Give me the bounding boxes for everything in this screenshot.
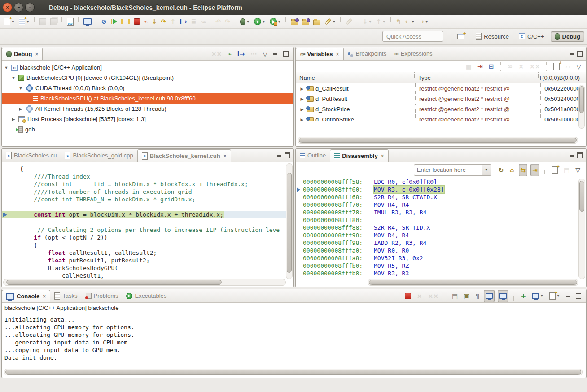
tab-debug[interactable]: Debug× [2, 48, 43, 60]
search-button[interactable]: ▼ [323, 16, 337, 27]
debug-tree-item-blackscholesgpu[interactable]: BlackScholesGPU() at BlackScholes_kernel… [2, 93, 294, 104]
maximize-button[interactable] [285, 152, 290, 158]
collapse-all-button[interactable]: ⊟ [487, 61, 495, 72]
disassembly-listing[interactable]: 00000000008fff58:LDC R0, c[0x0][R0]00000… [296, 177, 579, 280]
variables-column-headers[interactable]: Name Type T(0,0,0)B(0,0,0) [296, 72, 586, 83]
dropdown-arrow-icon[interactable]: ▼ [262, 20, 266, 24]
pin-console-button[interactable]: + [519, 290, 527, 302]
connect-button[interactable]: ⌁ [226, 48, 232, 60]
perspective-debug[interactable]: Debug [551, 31, 584, 42]
expander-icon[interactable]: ▼ [4, 65, 9, 70]
window-close-button[interactable]: × [3, 3, 12, 12]
open-console-button[interactable]: ▼ [548, 290, 561, 302]
dropdown-arrow-icon[interactable]: ▼ [411, 20, 415, 24]
terminate-button[interactable] [132, 16, 141, 27]
disassembly-vscrollbar[interactable] [578, 179, 585, 279]
dropdown-arrow-icon[interactable]: ▼ [278, 20, 281, 24]
column-value[interactable]: T(0,0,0)B(0,0,0) [539, 72, 586, 83]
run-button[interactable]: ▼ [253, 16, 267, 27]
maximize-button[interactable] [282, 48, 290, 60]
scrollbar-thumb[interactable] [369, 280, 577, 285]
debug-tree-item-all[interactable]: ▶All Kernel Threads (15,625 Blocks of 12… [2, 104, 294, 114]
expander-icon[interactable]: ▶ [18, 107, 23, 111]
scrollbar-thumb[interactable] [579, 181, 584, 212]
variables-hscrollbar[interactable] [298, 137, 578, 144]
word-wrap-button[interactable]: ¶ [474, 290, 481, 302]
tab-disassembly[interactable]: Disassembly× [330, 149, 389, 162]
instruction-stepping-toggle[interactable]: i→ [236, 48, 246, 60]
perspective-c-c[interactable]: cC/C++ [515, 32, 548, 41]
expander-icon[interactable]: ▼ [18, 86, 23, 91]
maximize-button[interactable] [577, 51, 583, 57]
view-menu-button[interactable]: ▽ [575, 61, 583, 72]
column-name[interactable]: Name [296, 72, 415, 83]
scrollbar-thumb[interactable] [5, 370, 581, 375]
stdout-toggle[interactable] [484, 290, 495, 302]
debug-tree-item-blackschole[interactable]: ▼cblackschole [C/C++ Application] [2, 62, 294, 73]
tab-outline[interactable]: Outline [296, 149, 330, 162]
new-cpp-project-button[interactable]: ▼ [18, 16, 31, 27]
home-button[interactable]: ⌂ [508, 164, 515, 176]
terminate-button[interactable] [403, 290, 412, 302]
debug-tree-item-blackscholesgpu[interactable]: ▼BlackScholesGPU [0] [device 0 (GK104GL)… [2, 73, 294, 83]
new-view-button[interactable] [550, 164, 559, 176]
scrollbar-thumb[interactable] [579, 86, 584, 113]
build-button[interactable]: 010 [66, 16, 75, 27]
minimize-button[interactable] [272, 48, 279, 60]
scroll-lock-button[interactable]: ▣ [462, 290, 471, 302]
refresh-button[interactable]: ↻ [497, 164, 505, 176]
dropdown-arrow-icon[interactable]: ▼ [332, 20, 336, 24]
console-output[interactable]: Initializing data......allocating CPU me… [2, 313, 586, 362]
variable-row-d-putresult[interactable]: ▶d_PutResultrestrict @generic float2 * r… [296, 94, 586, 104]
scrollbar-thumb[interactable] [299, 138, 577, 143]
location-input[interactable] [414, 166, 482, 173]
expander-icon[interactable]: ▶ [299, 118, 305, 122]
variables-table[interactable]: ▶d_CallResultrestrict @generic float2 * … [296, 83, 586, 121]
instruction-stepping-button[interactable]: i→ [178, 16, 188, 27]
new-view-button[interactable] [552, 61, 561, 72]
resume-button[interactable] [110, 16, 118, 27]
open-resource-button[interactable] [312, 16, 322, 27]
step-over-button[interactable]: ↷ [160, 16, 168, 27]
dropdown-arrow-icon[interactable]: ▼ [368, 20, 372, 24]
debug-tree-item-gdb[interactable]: gdb [2, 124, 294, 135]
editor-hscrollbar[interactable] [3, 279, 286, 286]
close-tab-icon[interactable]: × [223, 153, 227, 159]
dropdown-arrow-icon[interactable]: ▼ [425, 20, 429, 24]
variable-row-d-callresult[interactable]: ▶d_CallResultrestrict @generic float2 * … [296, 83, 586, 94]
minimize-button[interactable] [570, 53, 574, 55]
dropdown-arrow-icon[interactable]: ▼ [382, 20, 386, 24]
expander-icon[interactable]: ▶ [299, 97, 305, 101]
window-minimize-button[interactable]: – [14, 3, 23, 12]
tab-expressions[interactable]: ∞Expressions [390, 47, 436, 60]
expander-icon[interactable]: ▶ [299, 107, 305, 112]
scrollbar-thumb[interactable] [6, 280, 221, 285]
editor-vscrollbar[interactable] [286, 163, 293, 279]
maximize-button[interactable] [577, 152, 583, 158]
last-edit-location-button[interactable]: ↰ [394, 16, 403, 27]
debug-tree-item-host[interactable]: ▶Host Process [blackschole] [5357] [core… [2, 114, 294, 124]
profile-button[interactable]: ▼ [268, 16, 283, 27]
tab-executables[interactable]: Executables [122, 289, 171, 302]
debug-tree[interactable]: ▼cblackschole [C/C++ Application]▼BlackS… [2, 61, 294, 135]
minimize-button[interactable] [570, 155, 574, 157]
tab-blackscholes-kernel-cuh[interactable]: cBlackScholes_kernel.cuh× [137, 149, 231, 162]
minimize-button[interactable] [277, 155, 281, 157]
tab-console[interactable]: Console× [2, 290, 50, 302]
link-source-toggle[interactable]: ⇥ [530, 164, 539, 176]
forward-button[interactable]: →▼ [417, 16, 430, 27]
maximize-button[interactable] [574, 290, 583, 302]
close-tab-icon[interactable]: × [336, 51, 339, 57]
tab-problems[interactable]: Problems [82, 289, 123, 302]
quick-access-input[interactable] [382, 31, 443, 42]
console-hscrollbar[interactable] [4, 369, 583, 375]
open-type-button[interactable] [301, 16, 311, 27]
variable-row-d-stockprice[interactable]: ▶d_StockPricerestrict @generic float2 * … [296, 104, 586, 114]
disconnect-button[interactable]: ⌁ [143, 16, 149, 27]
variable-row-d-optionstrike[interactable]: ▶d_OptionStrikerestrict @generic float2 … [296, 114, 586, 121]
perspective-resource[interactable]: Resource [472, 31, 513, 41]
dropdown-arrow-icon[interactable]: ▼ [540, 294, 543, 298]
dropdown-arrow-icon[interactable]: ▼ [246, 20, 250, 24]
close-tab-icon[interactable]: × [35, 51, 38, 57]
expander-icon[interactable]: ▼ [11, 76, 16, 80]
